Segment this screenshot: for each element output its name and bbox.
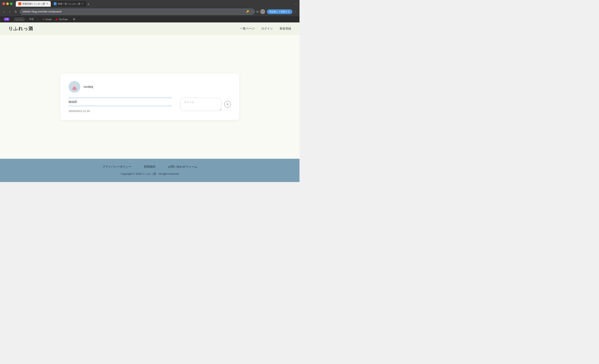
star-icon[interactable]: ☆ (251, 10, 253, 13)
comment-input-wrapper (180, 98, 222, 112)
window-controls[interactable]: ⋯ (294, 2, 297, 5)
footer-copyright: Copyright © 2024 りふれっ酒 - All right reser… (8, 172, 291, 176)
app-header: りふれっ酒 一覧ページ ログイン 新規登録 (0, 22, 300, 35)
youtube-icon: ▶ (56, 18, 58, 21)
post-body: test4 2024/10/13 11:16 + (69, 98, 231, 113)
tab-favicon-2 (54, 2, 57, 5)
lock-icon: 🔑 (246, 10, 249, 13)
post-title: test4 (69, 100, 172, 104)
post-date: 2024/10/13 11:16 (69, 110, 172, 113)
address-bar-icons: 🔑 ☆ (246, 10, 253, 13)
author-name: runteq (84, 85, 93, 89)
bookmark-youtube[interactable]: ▶ YouTube (55, 17, 69, 21)
address-bar[interactable]: refresh-7bog.onrender.com/posts/4 (20, 9, 255, 15)
address-text: refresh-7bog.onrender.com/posts/4 (23, 10, 62, 13)
tab-2[interactable]: 投稿一覧 | りふれっ酒 ✕ (51, 1, 86, 7)
avatar-image (69, 81, 80, 93)
bookmark-gmail[interactable]: ✉ Gmail (41, 17, 53, 21)
p-icon: P (72, 18, 76, 21)
update-button[interactable]: 再起動して更新する (267, 9, 292, 14)
study-label: 学習 (29, 18, 34, 21)
footer-terms[interactable]: 利用規約 (144, 165, 156, 169)
forward-button[interactable]: › (8, 9, 11, 14)
bookmark-study[interactable]: 学習 (28, 17, 35, 21)
traffic-lights (2, 2, 12, 5)
main-content: runteq test4 2024/10/13 11:16 + (0, 35, 300, 159)
tab-close-1[interactable]: ✕ (46, 2, 48, 5)
back-button[interactable]: ‹ (2, 9, 6, 14)
gmail-label: Gmail (45, 18, 51, 21)
app-nav: 一覧ページ ログイン 新規登録 (240, 27, 291, 31)
app-footer: プライバシーポリシー 利用規約 お問い合わせフォーム Copyright © 2… (0, 159, 300, 182)
comment-area: + (180, 98, 231, 113)
tab-1[interactable]: 投稿詳細 | りふれっ酒 ✕ (16, 1, 51, 7)
footer-links: プライバシーポリシー 利用規約 お問い合わせフォーム (8, 165, 291, 169)
gmail-icon: ✉ (42, 18, 44, 21)
comment-submit-button[interactable]: + (224, 101, 231, 108)
maximize-button[interactable] (10, 2, 12, 5)
minimize-button[interactable] (6, 2, 9, 5)
comment-input[interactable] (180, 98, 222, 111)
close-button[interactable] (2, 2, 5, 5)
extensions-icon[interactable]: ⧉ (256, 10, 258, 14)
app-wrapper: りふれっ酒 一覧ページ ログイン 新規登録 (0, 22, 300, 182)
post-card: runteq test4 2024/10/13 11:16 + (60, 74, 239, 120)
bookmark-graduation[interactable]: 卒業 (2, 17, 11, 21)
footer-privacy[interactable]: プライバシーポリシー (102, 165, 132, 169)
bookmarks-bar: 卒業 RUNTEQ 学習 ✉ Gmail ▶ YouTube P (0, 16, 300, 22)
youtube-label: YouTube (59, 18, 68, 21)
address-bar-container: refresh-7bog.onrender.com/posts/4 🔑 ☆ (20, 9, 255, 15)
bookmark-divider (38, 18, 38, 21)
bookmark-p[interactable]: P (71, 17, 77, 21)
browser-chrome: 投稿詳細 | りふれっ酒 ✕ 投稿一覧 | りふれっ酒 ✕ + ⋯ ‹ › ↻ … (0, 0, 300, 22)
post-author: runteq (69, 81, 231, 93)
nav-bar: ‹ › ↻ refresh-7bog.onrender.com/posts/4 … (0, 8, 300, 16)
svg-point-2 (73, 84, 76, 87)
footer-contact[interactable]: お問い合わせフォーム (168, 165, 197, 169)
browser-actions: ⧉ 再起動して更新する ⋮ (256, 9, 297, 14)
runteq-badge: RUNTEQ (14, 18, 25, 21)
profile-avatar[interactable] (260, 9, 265, 14)
post-text-area: test4 2024/10/13 11:16 (69, 98, 172, 113)
app-logo[interactable]: りふれっ酒 (8, 25, 33, 32)
nav-login[interactable]: ログイン (261, 27, 273, 31)
dotted-line-bottom (69, 106, 172, 106)
refresh-button[interactable]: ↻ (13, 9, 18, 15)
tab-favicon-1 (18, 2, 21, 5)
graduation-badge: 卒業 (4, 18, 9, 21)
svg-point-3 (72, 88, 77, 90)
tab-close-2[interactable]: ✕ (81, 2, 84, 5)
author-avatar (69, 81, 80, 93)
new-tab-button[interactable]: + (87, 2, 90, 7)
title-bar: 投稿詳細 | りふれっ酒 ✕ 投稿一覧 | りふれっ酒 ✕ + ⋯ (0, 0, 300, 8)
nav-register[interactable]: 新規登録 (280, 27, 291, 31)
bookmark-runteq[interactable]: RUNTEQ (13, 17, 26, 21)
menu-icon[interactable]: ⋮ (294, 10, 297, 13)
nav-list-page[interactable]: 一覧ページ (240, 27, 255, 31)
tab-title-2: 投稿一覧 | りふれっ酒 (58, 2, 80, 5)
tab-title-1: 投稿詳細 | りふれっ酒 (22, 2, 45, 5)
tabs-area: 投稿詳細 | りふれっ酒 ✕ 投稿一覧 | りふれっ酒 ✕ + (16, 1, 292, 7)
dotted-line-top (69, 98, 172, 98)
